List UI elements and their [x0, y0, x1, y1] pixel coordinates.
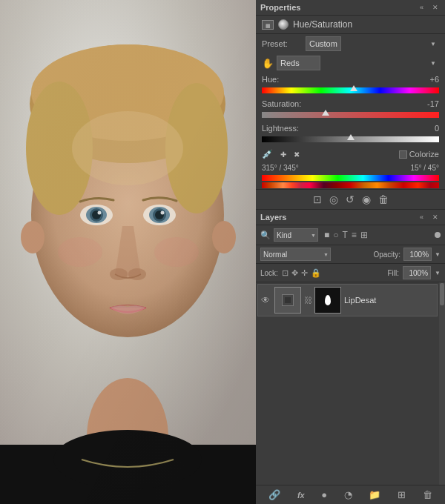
layers-header-controls: « ✕ — [418, 213, 441, 222]
add-mask-icon[interactable]: ● — [321, 489, 327, 500]
fill-arrow-icon[interactable]: ▼ — [435, 270, 441, 276]
right-panels: Properties « ✕ ▦ Hue/Saturation Preset: … — [256, 0, 445, 504]
layer-name: LipDesat — [344, 296, 432, 305]
scrollbar-thumb[interactable] — [440, 283, 444, 305]
preset-row: Preset: Custom Default — [256, 34, 445, 53]
refine-icon[interactable]: ◎ — [329, 193, 338, 205]
filter-smart-icon[interactable]: ⊞ — [360, 230, 368, 240]
layers-title: Layers — [260, 213, 286, 222]
delete-layer-icon[interactable]: 🗑 — [423, 489, 432, 500]
view-icon[interactable]: ◉ — [362, 193, 371, 205]
hue-header: Hue: +6 — [262, 75, 439, 84]
layer-list: 👁 ⛓ LipDesat — [256, 282, 445, 485]
new-layer-icon[interactable]: ⊞ — [398, 489, 406, 500]
kind-select[interactable]: Kind Name Effect Mode Attribute Color — [274, 228, 318, 242]
channel-select[interactable]: Reds Master Yellows Greens Cyans Blues M… — [277, 56, 320, 70]
properties-collapse-btn[interactable]: « — [418, 3, 426, 12]
preset-select[interactable]: Custom Default — [306, 36, 341, 51]
layer-visibility-icon[interactable]: 👁 — [261, 295, 271, 305]
svg-rect-27 — [0, 0, 256, 504]
lightness-label: Lightness: — [262, 124, 299, 133]
layer-filter-icons: ■ ○ T ≡ ⊞ — [324, 230, 368, 240]
layers-scrollbar[interactable] — [439, 282, 445, 485]
blend-opacity-row: Normal Dissolve Multiply Screen Overlay … — [256, 245, 445, 264]
mask-icon[interactable]: ⊡ — [313, 193, 322, 205]
properties-header-controls: « ✕ — [418, 3, 441, 12]
layers-close-btn[interactable]: ✕ — [430, 213, 441, 222]
adjustment-layer-icon: ▦ — [262, 20, 274, 30]
layers-search-icon: 🔍 — [260, 231, 271, 240]
photo-canvas — [0, 0, 256, 504]
saturation-section: Saturation: -17 — [256, 97, 445, 122]
degree-right: 15° / 45° — [410, 164, 439, 172]
lightness-header: Lightness: 0 — [262, 124, 439, 133]
properties-close-btn[interactable]: ✕ — [430, 3, 441, 12]
fill-input[interactable] — [403, 266, 431, 279]
layer-mask-thumb — [314, 287, 341, 314]
blend-mode-select[interactable]: Normal Dissolve Multiply Screen Overlay — [260, 248, 331, 261]
adjustment-new-icon[interactable]: ◔ — [344, 489, 352, 500]
opacity-arrow-icon[interactable]: ▼ — [435, 251, 441, 258]
layers-collapse-btn[interactable]: « — [418, 213, 426, 222]
channel-row: ✋ Reds Master Yellows Greens Cyans Blues… — [256, 53, 445, 73]
lightness-slider-track[interactable] — [262, 134, 439, 145]
link-layers-icon[interactable]: 🔗 — [268, 489, 280, 500]
saturation-slider-track[interactable] — [262, 110, 439, 120]
preset-label: Preset: — [262, 39, 303, 48]
saturation-label: Saturation: — [262, 99, 301, 108]
lock-icons: ⊡ ✥ ✛ 🔒 — [282, 268, 321, 278]
properties-bottom-row: ⊡ ◎ ↺ ◉ 🗑 — [256, 189, 445, 209]
hue-value: +6 — [418, 75, 439, 84]
channel-select-wrapper: Reds Master Yellows Greens Cyans Blues M… — [277, 56, 439, 70]
blend-select-wrapper: Normal Dissolve Multiply Screen Overlay — [260, 248, 331, 261]
filter-shape-icon[interactable]: ≡ — [352, 230, 357, 240]
lock-position-icon[interactable]: ✛ — [301, 268, 308, 278]
properties-sub-header: ▦ Hue/Saturation — [256, 16, 445, 34]
filter-type-icon[interactable]: T — [343, 230, 348, 240]
degree-left: 315° / 345° — [262, 164, 299, 172]
layers-header: Layers « ✕ — [256, 210, 445, 225]
lock-row: Lock: ⊡ ✥ ✛ 🔒 Fill: ▼ — [256, 264, 445, 282]
lightness-value: 0 — [418, 124, 439, 133]
lock-all-icon[interactable]: 🔒 — [311, 268, 321, 278]
colorize-checkbox[interactable] — [399, 150, 407, 159]
group-layers-icon[interactable]: 📁 — [369, 489, 380, 500]
filter-pixel-icon[interactable]: ■ — [324, 230, 329, 240]
adjustment-circle-icon — [278, 19, 289, 30]
lock-label: Lock: — [260, 269, 278, 277]
hand-icon[interactable]: ✋ — [262, 58, 274, 69]
colorize-row: 💉 ✚ ✖ Colorize — [256, 146, 445, 162]
degree-row: 315° / 345° 15° / 45° — [256, 162, 445, 173]
hue-section: Hue: +6 — [256, 73, 445, 97]
hue-label: Hue: — [262, 75, 279, 84]
eyedropper-plus-icon[interactable]: ✚ — [280, 150, 286, 159]
preset-select-wrapper: Custom Default — [306, 36, 439, 51]
delete-adj-icon[interactable]: 🗑 — [378, 193, 389, 205]
filter-adjust-icon[interactable]: ○ — [333, 230, 338, 240]
lock-transparent-icon[interactable]: ⊡ — [282, 268, 289, 278]
layers-search-row: 🔍 Kind Name Effect Mode Attribute Color … — [256, 225, 445, 245]
kind-select-wrapper: Kind Name Effect Mode Attribute Color — [274, 228, 318, 242]
spectrum-bar-top — [262, 175, 439, 181]
properties-header: Properties « ✕ — [256, 0, 445, 16]
layer-chain-icon: ⛓ — [304, 296, 312, 305]
spectrum-bar-bottom — [262, 182, 439, 188]
lightness-section: Lightness: 0 — [256, 122, 445, 146]
hue-saturation-title: Hue/Saturation — [293, 19, 352, 30]
eyedropper-icon[interactable]: 💉 — [262, 149, 273, 159]
fx-icon[interactable]: fx — [297, 491, 305, 500]
saturation-header: Saturation: -17 — [262, 99, 439, 108]
properties-title: Properties — [260, 3, 300, 12]
layer-item-lipdesat[interactable]: 👁 ⛓ LipDesat — [257, 284, 438, 316]
filter-active-dot — [435, 232, 441, 238]
lock-pixels-icon[interactable]: ✥ — [291, 268, 298, 278]
hue-slider-track[interactable] — [262, 85, 439, 96]
opacity-input[interactable] — [403, 248, 432, 261]
fill-label: Fill: — [388, 269, 400, 277]
reset-icon[interactable]: ↺ — [346, 193, 355, 205]
layer-main-thumb — [274, 287, 301, 314]
colorize-label[interactable]: Colorize — [399, 150, 439, 159]
layers-bottom-row: 🔗 fx ● ◔ 📁 ⊞ 🗑 — [256, 485, 445, 504]
eyedropper-minus-icon[interactable]: ✖ — [294, 150, 300, 159]
layers-panel: Layers « ✕ 🔍 Kind Name Effect Mode Attri… — [256, 210, 445, 504]
